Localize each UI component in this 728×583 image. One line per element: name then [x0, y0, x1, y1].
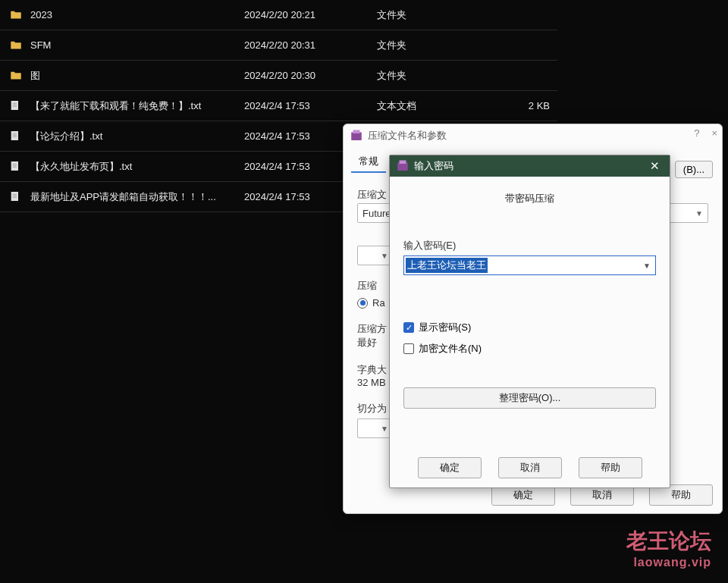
close-icon[interactable]: × [711, 127, 717, 139]
watermark-url: laowang.vip [626, 556, 711, 569]
folder-icon [9, 69, 23, 83]
text-file-icon [9, 190, 23, 204]
tab-general[interactable]: 常规 [351, 152, 386, 173]
chevron-down-icon[interactable]: ▼ [643, 262, 651, 270]
help-icon[interactable]: ? [694, 127, 699, 139]
svg-rect-12 [11, 192, 18, 201]
chevron-down-icon: ▼ [381, 252, 388, 260]
show-password-label: 显示密码(S) [419, 321, 471, 334]
encrypt-names-label: 加密文件名(N) [419, 342, 482, 356]
file-date: 2024/2/4 17:53 [244, 100, 377, 111]
watermark: 老王论坛 laowang.vip [626, 527, 711, 569]
file-row[interactable]: 2023 2024/2/20 20:21 文件夹 [0, 0, 557, 30]
file-type: 文件夹 [377, 39, 491, 52]
archive-params-dialog: 压缩文件名和参数 ? × 常规 (B)... 压缩文 Future ▼ ▼ 压缩… [343, 124, 723, 514]
split-combo[interactable]: ▼ [357, 418, 394, 438]
text-file-icon [9, 130, 23, 143]
password-titlebar[interactable]: 输入密码 ✕ [390, 155, 670, 177]
winrar-icon [350, 129, 363, 143]
checkbox-checked-icon: ✓ [403, 322, 414, 333]
file-row[interactable]: SFM 2024/2/20 20:31 文件夹 [0, 30, 557, 61]
file-size: 2 KB [491, 100, 557, 111]
file-name: 最新地址及APP请发邮箱自动获取！！！... [30, 190, 216, 204]
svg-rect-19 [400, 161, 406, 165]
password-input[interactable]: 上老王论坛当老王 ▼ [403, 255, 656, 275]
dialog-titlebar[interactable]: 压缩文件名和参数 ? × [344, 124, 722, 147]
svg-rect-4 [11, 131, 18, 140]
chevron-down-icon: ▼ [695, 209, 703, 218]
file-type: 文件夹 [377, 8, 491, 22]
file-name: 【来了就能下载和观看！纯免费！】.txt [30, 99, 201, 113]
file-name: SFM [30, 39, 51, 51]
file-type: 文本文档 [377, 99, 491, 113]
svg-rect-8 [11, 161, 18, 171]
show-password-checkbox[interactable]: ✓ 显示密码(S) [403, 321, 656, 334]
text-file-icon [9, 160, 23, 174]
folder-icon [9, 39, 23, 52]
checkbox-unchecked-icon [403, 343, 414, 354]
close-icon[interactable]: ✕ [645, 159, 664, 173]
text-file-icon [9, 99, 23, 113]
file-name: 图 [30, 69, 40, 83]
unknown-combo[interactable]: ▼ [357, 246, 394, 265]
svg-rect-16 [351, 133, 362, 141]
file-row[interactable]: 【来了就能下载和观看！纯免费！】.txt 2024/2/4 17:53 文本文档… [0, 91, 557, 121]
browse-button[interactable]: (B)... [675, 161, 713, 178]
file-date: 2024/2/20 20:30 [244, 70, 377, 81]
svg-rect-18 [397, 163, 408, 171]
folder-icon [9, 8, 23, 22]
file-name: 2023 [30, 9, 52, 20]
archive-name-value: Future [362, 208, 391, 219]
file-type: 文件夹 [377, 69, 491, 83]
radio-checked-icon [357, 298, 368, 309]
file-date: 2024/2/20 20:21 [244, 9, 377, 20]
format-option-label: Ra [372, 297, 385, 309]
file-row[interactable]: 图 2024/2/20 20:30 文件夹 [0, 61, 557, 91]
file-name: 【永久地址发布页】.txt [30, 160, 132, 174]
password-dialog: 输入密码 ✕ 带密码压缩 输入密码(E) 上老王论坛当老王 ▼ ✓ 显示密码(S… [389, 155, 670, 488]
chevron-down-icon: ▼ [381, 425, 388, 433]
encrypt-names-checkbox[interactable]: 加密文件名(N) [403, 342, 656, 356]
password-label: 输入密码(E) [403, 239, 656, 252]
svg-rect-17 [353, 130, 360, 134]
dialog-title: 压缩文件名和参数 [368, 129, 447, 143]
file-date: 2024/2/20 20:31 [244, 39, 377, 51]
svg-rect-0 [11, 101, 18, 110]
password-dialog-title: 输入密码 [414, 159, 453, 173]
password-heading: 带密码压缩 [403, 192, 656, 205]
cancel-button[interactable]: 取消 [498, 457, 562, 478]
winrar-icon [396, 159, 410, 173]
organize-passwords-button[interactable]: 整理密码(O)... [403, 387, 656, 409]
help-button[interactable]: 帮助 [579, 457, 642, 478]
file-name: 【论坛介绍】.txt [30, 130, 102, 143]
password-value: 上老王论坛当老王 [406, 258, 488, 273]
ok-button[interactable]: 确定 [418, 457, 482, 478]
password-button-row: 确定 取消 帮助 [390, 457, 670, 478]
watermark-text: 老王论坛 [626, 527, 711, 556]
